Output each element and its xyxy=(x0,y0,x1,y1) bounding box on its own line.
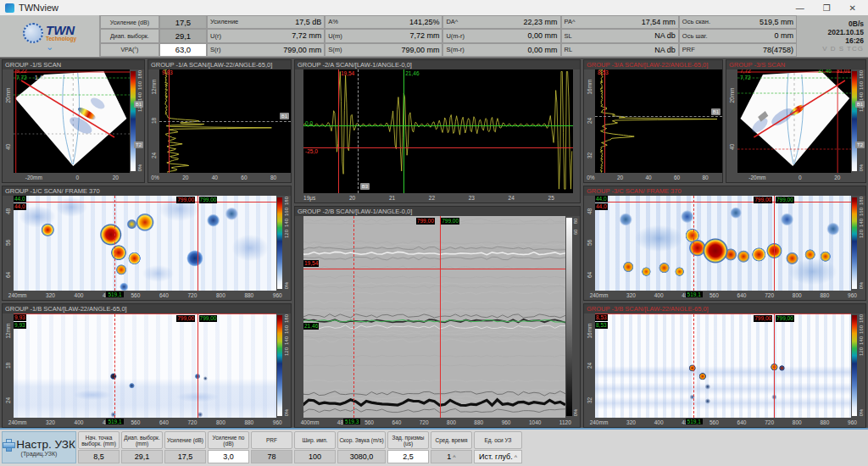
param-prf-value[interactable]: 78 xyxy=(251,450,292,463)
param-gain-value[interactable]: 17,5 xyxy=(164,450,206,463)
ref-value-green: 799,00 xyxy=(441,218,459,225)
c-scan-plot[interactable]: 44,0 44,0 799,00 799,00 xyxy=(14,196,276,291)
cursor-vline-dashed[interactable] xyxy=(693,196,694,291)
s-scan-plot[interactable]: 9,22 7,72 1,46 xyxy=(14,69,130,173)
param-sound-velocity-value[interactable]: 3080,0 xyxy=(337,450,386,463)
param-ut-axis-units-dropdown[interactable]: Ист. глуб.^ xyxy=(474,450,522,463)
maximize-button[interactable]: ❐ xyxy=(823,3,831,13)
cursor-hline-red[interactable] xyxy=(595,202,851,202)
a-scan-plot[interactable]: 19,54 21,46 0,0 -25,0 B3 xyxy=(303,69,573,193)
a-scan-plot[interactable]: 9,93 B1 xyxy=(159,69,291,173)
cursor-value-red: 9,93 xyxy=(161,69,174,76)
dropdown-arrow-icon[interactable]: ^ xyxy=(515,454,517,460)
param-gain-by-input[interactable]: 3,0 xyxy=(208,450,249,463)
gate-chip-b1[interactable]: B1 xyxy=(280,113,289,119)
b-scan-plot[interactable]: 9,93 9,93 799,00 799,00 xyxy=(14,313,276,418)
threshold-line-red[interactable] xyxy=(303,147,573,148)
panel-group1-c-scan[interactable]: GROUP -1/C SCAN/ FRAME 370 485664 44,0 4… xyxy=(2,186,292,301)
gate-vline-red[interactable] xyxy=(338,69,339,193)
panel-title: GROUP -2/A SCAN/[LAW-1/ANGLE-0,0] xyxy=(295,60,580,69)
chevron-down-icon[interactable]: ⌄ xyxy=(46,44,53,50)
a-scan-plot[interactable]: 8,53 B1 xyxy=(595,69,722,173)
status-time: 16:26 xyxy=(845,36,864,45)
status-flags: V D S TCG xyxy=(822,45,864,53)
gate-vline-green[interactable] xyxy=(403,69,404,193)
panel-title: GROUP -1/C SCAN/ FRAME 370 xyxy=(3,186,291,196)
cursor-hline-red[interactable] xyxy=(14,202,276,202)
x-axis-ticks: 240mm320400480560640720800880960 xyxy=(3,419,291,425)
panel-group3-c-scan[interactable]: GROUP -3/C SCAN/ FRAME 370 485664 44,0 4… xyxy=(583,186,866,301)
twn-logo[interactable]: TWN Technology ⌄ xyxy=(0,15,100,57)
gate-value-red: 19,54 xyxy=(340,70,355,77)
cell-sr: S(r)799,00 mm xyxy=(207,43,325,57)
s-scan-plot[interactable]: 7,72 7,72 31,46 31,01 xyxy=(737,69,851,173)
cursor-value-red: 8,53 xyxy=(595,314,608,321)
param-averaging-value[interactable]: 1^ xyxy=(431,450,472,463)
cell-sm: S(m)799,00 mm xyxy=(325,43,442,57)
panel-title: GROUP -3/A SCAN/[LAW-22/ANGLE-65,0] xyxy=(584,60,722,69)
cursor-vline-solid[interactable] xyxy=(198,196,198,291)
gate-chip-b3[interactable]: B3 xyxy=(360,183,370,190)
amplitude-colorbar: 1801601401200% B1 T2 xyxy=(851,69,865,173)
b-scan-plot[interactable]: 19,54 21,46 799,00 799,00 xyxy=(303,216,565,418)
gate-chip-b1[interactable]: B1 xyxy=(711,108,721,115)
panel-title: GROUP -1/B SCAN/[LAW-22/ANGLE-65,0] xyxy=(3,304,291,313)
cursor-vline-dashed[interactable] xyxy=(353,216,354,418)
x-axis-ticks: 240mm320400480560640720800880960 xyxy=(584,292,865,298)
panel-group2-a-scan[interactable]: GROUP -2/A SCAN/[LAW-1/ANGLE-0,0] 19,54 … xyxy=(294,59,581,203)
gate-chip-t2[interactable]: T2 xyxy=(855,141,865,148)
param-range-value[interactable]: 29,1 xyxy=(121,450,163,463)
panel-group1-a-scan[interactable]: GROUP -1/A SCAN/[LAW-22/ANGLE-65,0] 12mm… xyxy=(147,59,292,183)
gate-chip-t2[interactable]: T2 xyxy=(134,141,143,148)
gate-chip-b1[interactable]: B1 xyxy=(855,101,865,108)
cursor-value-green: 8,53 xyxy=(595,322,608,329)
cursor-vline-solid[interactable] xyxy=(774,196,775,291)
top-toolbar: TWN Technology ⌄ Усиление (dB)17,5 Диап.… xyxy=(0,15,868,58)
minimize-button[interactable]: — xyxy=(796,3,804,13)
cell-pa: PA^17,54 mm xyxy=(561,15,679,29)
cursor-vline-solid[interactable] xyxy=(774,314,775,418)
gate-hline-red[interactable] xyxy=(303,269,565,269)
param-wedge-delay-input[interactable]: 2,5 xyxy=(387,450,429,463)
panel-group1-b-scan[interactable]: GROUP -1/B SCAN/[LAW-22/ANGLE-65,0] 12mm… xyxy=(2,303,292,428)
cursor-vline-dashed[interactable] xyxy=(693,314,694,418)
grid-line xyxy=(595,116,722,117)
cursor-value-red: 44,0 xyxy=(595,203,608,210)
panel-group3-s-scan[interactable]: GROUP -3/S SCAN 20mm40 xyxy=(726,59,866,183)
cursor-vline-dashed[interactable] xyxy=(114,314,115,418)
spinner-icon[interactable]: ^ xyxy=(453,454,455,460)
range-value[interactable]: 29,1 xyxy=(159,29,207,42)
cursor-vline-dashed[interactable] xyxy=(114,196,115,291)
gain-value[interactable]: 17,5 xyxy=(159,15,207,29)
gate-chip-b1[interactable]: B1 xyxy=(134,101,143,108)
param-pulse-width-value[interactable]: 100 xyxy=(294,450,336,463)
gate-line-red[interactable] xyxy=(604,69,605,173)
ut-settings-subtitle: (Традиц.УЗК) xyxy=(21,451,58,457)
vpa-value[interactable]: 63,0 xyxy=(159,43,207,57)
param-start-point-value[interactable]: 8,5 xyxy=(78,450,120,463)
cell-step-axis: Ось шаг.0 mm xyxy=(679,29,797,42)
x-cursor-value: 519,1 xyxy=(106,419,123,424)
zero-value: 0,0 xyxy=(304,120,314,127)
y-axis-ticks: 485664 xyxy=(3,196,14,291)
ut-settings-button[interactable]: Настр. УЗК (Традиц.УЗК) xyxy=(2,431,76,463)
panel-title: GROUP -1/A SCAN/[LAW-22/ANGLE-65,0] xyxy=(148,60,291,69)
panel-group1-s-scan[interactable]: GROUP -1/S SCAN 20mm40 xyxy=(2,59,145,183)
panel-title: GROUP -3/C SCAN/ FRAME 370 xyxy=(584,186,865,196)
x-cursor-value: 519,1 xyxy=(686,291,703,297)
cursor-vline-solid[interactable] xyxy=(198,314,198,418)
panel-group3-b-scan[interactable]: GROUP -3/B SCAN/[LAW-22/ANGLE-65,0] 16mm… xyxy=(583,303,866,428)
y-axis-ticks: 16mm2432 xyxy=(584,69,595,173)
cursor-value-red: 9,93 xyxy=(14,314,26,321)
close-button[interactable]: ✕ xyxy=(849,3,856,13)
panel-group2-b-scan[interactable]: GROUP -2/B SCAN/[LAW-1/ANGLE-0,0] 19,54 … xyxy=(294,206,581,428)
panel-group3-a-scan[interactable]: GROUP -3/A SCAN/[LAW-22/ANGLE-65,0] 16mm… xyxy=(583,59,723,183)
bottom-toolbar: Настр. УЗК (Традиц.УЗК) Нач. точка выбор… xyxy=(0,428,868,466)
c-scan-plot[interactable]: 44,0 44,0 799,00 799,00 xyxy=(595,196,851,291)
cursor-vline-solid[interactable] xyxy=(440,216,441,418)
panel-title: GROUP -2/B SCAN/[LAW-1/ANGLE-0,0] xyxy=(295,207,580,216)
param-prf: PRF78 xyxy=(251,431,292,463)
plus-icon xyxy=(3,439,14,450)
param-range: Диап. выборк. (mm)29,1 xyxy=(121,431,163,463)
b-scan-plot[interactable]: 8,53 8,53 799,00 799,00 xyxy=(595,313,851,418)
